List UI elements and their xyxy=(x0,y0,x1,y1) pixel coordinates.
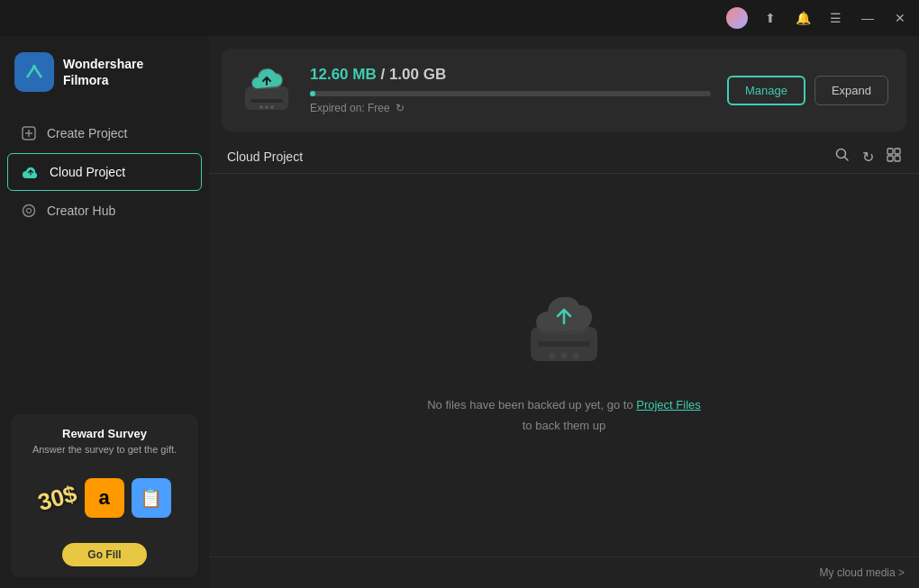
checklist-icon: 📋 xyxy=(132,478,171,518)
expand-button[interactable]: Expand xyxy=(814,76,888,105)
storage-info: 12.60 MB / 1.00 GB Expired on: Free ↻ xyxy=(310,66,711,114)
storage-actions: Manage Expand xyxy=(727,76,888,105)
svg-point-9 xyxy=(259,105,263,109)
my-cloud-media-link[interactable]: My cloud media > xyxy=(820,566,905,579)
sidebar-nav: Create Project Cloud Project xyxy=(0,113,209,403)
svg-rect-14 xyxy=(887,149,893,154)
upload-icon[interactable]: ⬆ xyxy=(760,8,780,28)
svg-rect-0 xyxy=(22,59,47,85)
app-logo: Wondershare Filmora xyxy=(0,36,209,113)
notification-icon[interactable]: 🔔 xyxy=(793,8,813,28)
refresh-icon[interactable]: ↻ xyxy=(396,102,405,114)
reward-survey-card: Reward Survey Answer the survey to get t… xyxy=(11,414,198,577)
search-icon[interactable] xyxy=(835,148,850,166)
title-bar: ⬆ 🔔 ☰ — ✕ xyxy=(0,0,919,36)
svg-rect-16 xyxy=(887,156,893,161)
svg-point-23 xyxy=(573,353,579,359)
cloud-project-title: Cloud Project xyxy=(227,149,303,164)
creator-hub-icon xyxy=(22,204,36,218)
svg-point-1 xyxy=(32,65,36,68)
sidebar-item-label: Cloud Project xyxy=(50,165,125,179)
storage-banner: 12.60 MB / 1.00 GB Expired on: Free ↻ Ma… xyxy=(222,49,906,131)
svg-rect-20 xyxy=(538,341,590,347)
bottom-bar: My cloud media > xyxy=(209,556,919,588)
sidebar-item-create-project[interactable]: Create Project xyxy=(7,115,202,151)
main-layout: Wondershare Filmora Create Project xyxy=(0,36,919,588)
empty-cloud-icon xyxy=(523,294,605,379)
storage-bar-fill xyxy=(310,91,315,96)
sidebar-item-cloud-project[interactable]: Cloud Project xyxy=(7,153,202,191)
reward-image: 30$ a 📋 xyxy=(22,462,187,534)
section-icons: ↻ xyxy=(835,148,901,166)
storage-numbers: 12.60 MB / 1.00 GB xyxy=(310,66,711,84)
reward-badge: 30$ xyxy=(35,479,80,516)
svg-point-10 xyxy=(265,105,268,109)
storage-bar xyxy=(310,91,711,96)
sidebar-item-label: Create Project xyxy=(47,126,127,140)
close-button[interactable]: ✕ xyxy=(890,8,910,28)
go-fill-button[interactable]: Go Fill xyxy=(62,543,146,566)
svg-point-6 xyxy=(27,209,32,213)
amazon-icon: a xyxy=(85,478,124,518)
svg-rect-15 xyxy=(895,149,900,154)
sidebar-item-label: Creator Hub xyxy=(47,204,115,218)
logo-icon xyxy=(14,52,54,92)
reward-title: Reward Survey xyxy=(22,427,187,440)
project-files-link[interactable]: Project Files xyxy=(636,398,701,412)
sidebar-item-creator-hub[interactable]: Creator Hub xyxy=(7,193,202,229)
svg-point-21 xyxy=(550,353,556,359)
svg-rect-17 xyxy=(895,156,900,161)
storage-total: 1.00 GB xyxy=(389,66,446,83)
svg-point-11 xyxy=(270,105,274,109)
content-area: 12.60 MB / 1.00 GB Expired on: Free ↻ Ma… xyxy=(209,36,919,588)
cloud-project-icon xyxy=(23,166,39,178)
reward-subtitle: Answer the survey to get the gift. xyxy=(22,444,187,455)
section-header: Cloud Project ↻ xyxy=(209,142,919,173)
minimize-button[interactable]: — xyxy=(858,8,878,28)
storage-used: 12.60 MB xyxy=(310,66,377,83)
storage-expired: Expired on: Free ↻ xyxy=(310,102,711,114)
sidebar: Wondershare Filmora Create Project xyxy=(0,36,209,588)
user-avatar[interactable] xyxy=(726,7,748,29)
storage-separator: / xyxy=(380,66,388,83)
svg-line-13 xyxy=(845,158,849,161)
empty-text: No files have been backed up yet, go to … xyxy=(427,395,701,435)
menu-icon[interactable]: ☰ xyxy=(825,8,845,28)
svg-point-22 xyxy=(561,353,568,359)
svg-rect-8 xyxy=(250,99,283,103)
refresh-icon[interactable]: ↻ xyxy=(862,149,874,166)
manage-button[interactable]: Manage xyxy=(727,76,805,105)
svg-point-19 xyxy=(539,326,589,335)
create-project-icon xyxy=(22,126,36,140)
cloud-storage-icon xyxy=(240,63,294,117)
grid-view-icon[interactable] xyxy=(887,148,901,166)
empty-state: No files have been backed up yet, go to … xyxy=(209,174,919,556)
svg-point-5 xyxy=(23,205,35,217)
app-name: Wondershare Filmora xyxy=(63,56,143,88)
